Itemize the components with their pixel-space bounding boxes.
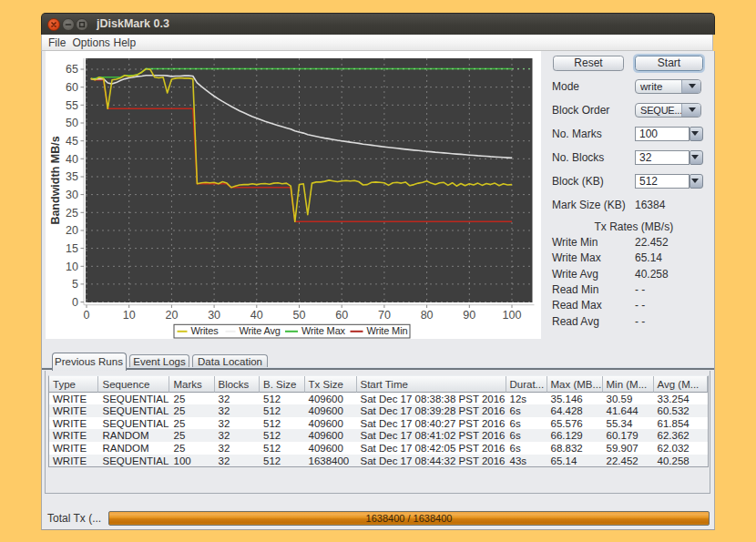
svg-text:15: 15	[66, 242, 78, 255]
svg-text:60: 60	[66, 81, 78, 94]
svg-text:55: 55	[66, 99, 78, 112]
svg-text:0: 0	[72, 296, 78, 309]
svg-text:40: 40	[66, 153, 78, 166]
svg-text:Writes: Writes	[191, 325, 220, 336]
svg-text:50: 50	[293, 309, 306, 322]
svg-text:Bandwidth MB/s: Bandwidth MB/s	[49, 136, 62, 224]
svg-text:70: 70	[378, 309, 391, 322]
svg-text:Write Max: Write Max	[301, 325, 346, 336]
svg-text:Write Avg: Write Avg	[240, 325, 281, 336]
svg-text:10: 10	[66, 261, 78, 273]
svg-text:30: 30	[66, 189, 78, 201]
svg-text:25: 25	[66, 207, 78, 220]
svg-text:50: 50	[66, 117, 78, 129]
svg-text:20: 20	[66, 224, 78, 237]
svg-text:0: 0	[84, 309, 90, 322]
svg-text:5: 5	[72, 278, 78, 291]
svg-text:Write Min: Write Min	[367, 325, 408, 336]
svg-text:100: 100	[503, 309, 522, 322]
svg-text:45: 45	[66, 135, 78, 148]
svg-text:30: 30	[208, 309, 220, 322]
svg-text:65: 65	[66, 63, 78, 76]
svg-text:90: 90	[463, 309, 475, 322]
svg-text:60: 60	[335, 309, 348, 322]
svg-text:80: 80	[421, 309, 434, 322]
svg-text:20: 20	[165, 309, 178, 322]
svg-text:35: 35	[66, 170, 78, 183]
svg-text:10: 10	[123, 309, 136, 322]
svg-text:40: 40	[250, 309, 263, 322]
